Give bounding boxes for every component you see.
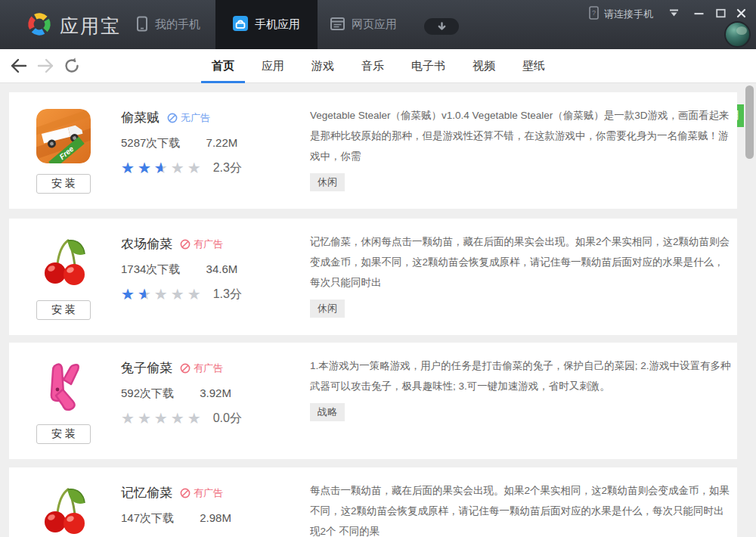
ad-badge-label: 有广告 bbox=[194, 486, 223, 500]
nav-tab-music[interactable]: 音乐 bbox=[351, 49, 395, 83]
app-card: 安 装 记忆偷菜 有广告 147次下载 2.98M ★★★★★ bbox=[9, 467, 737, 537]
close-button[interactable] bbox=[734, 7, 748, 19]
app-card: 安 装 农场偷菜 有广告 1734次下载 34.6M ★★★★★ bbox=[9, 219, 737, 335]
install-button[interactable]: 安 装 bbox=[36, 300, 91, 320]
download-count: 1734次下载 bbox=[121, 262, 180, 275]
nav-tab-video[interactable]: 视频 bbox=[462, 49, 506, 83]
ad-badge-label: 有广告 bbox=[194, 362, 223, 375]
app-name[interactable]: 记忆偷菜 bbox=[121, 484, 172, 501]
phone-icon bbox=[136, 16, 148, 34]
app-size: 34.6M bbox=[206, 262, 238, 275]
app-description: 每点击一颗幼苗，藏在后面的果实会出现。如果2个果实相同，这2颗幼苗则会变成金币，… bbox=[310, 480, 733, 537]
rating-score: 0.0分 bbox=[213, 411, 242, 427]
refresh-button[interactable] bbox=[62, 56, 82, 76]
ad-badge-label: 无广告 bbox=[181, 111, 210, 125]
star-rating: ★★★★★ ★★★★★ bbox=[121, 410, 204, 427]
pinwheel-logo-icon bbox=[26, 11, 53, 41]
app-name[interactable]: 农场偷菜 bbox=[121, 235, 172, 253]
back-button[interactable] bbox=[9, 56, 29, 76]
app-name[interactable]: 兔子偷菜 bbox=[121, 359, 172, 377]
nav-tab-home[interactable]: 首页 bbox=[201, 49, 245, 83]
tab-my-phone[interactable]: 我的手机 bbox=[121, 0, 215, 49]
ad-shield-icon bbox=[167, 113, 178, 123]
stars-empty: ★★★★★ bbox=[121, 410, 204, 427]
ad-badge: 有广告 bbox=[180, 237, 223, 251]
logo-text: 应用宝 bbox=[60, 14, 121, 39]
tab-phone-apps[interactable]: 手机应用 bbox=[215, 0, 318, 49]
app-card: 安 装 兔子偷菜 有广告 592次下载 3.92M ★★★★★ bbox=[9, 343, 737, 459]
ad-shield-icon bbox=[180, 363, 191, 374]
app-description: 1.本游戏为一策略游戏，用户的任务是打击偷菜的兔子，保护自己的菜园; 2.游戏中… bbox=[310, 355, 733, 396]
stars-filled: ★★★★★ bbox=[121, 286, 146, 303]
connect-phone-label: 请连接手机 bbox=[604, 8, 653, 21]
rating-score: 1.3分 bbox=[213, 287, 242, 303]
ad-shield-icon bbox=[180, 239, 191, 250]
app-name[interactable]: 偷菜贼 bbox=[121, 109, 160, 126]
minimize-icon bbox=[694, 8, 704, 18]
ad-badge-label: 有广告 bbox=[194, 237, 223, 251]
maximize-icon bbox=[716, 8, 726, 18]
app-card: Free bbox=[9, 92, 737, 209]
ad-badge: 无广告 bbox=[167, 111, 210, 125]
tab-label: 手机应用 bbox=[255, 17, 300, 32]
app-size: 7.22M bbox=[206, 136, 238, 149]
app-size: 3.92M bbox=[200, 386, 231, 399]
skin-menu-icon bbox=[669, 9, 679, 17]
tab-web-apps[interactable]: 网页应用 bbox=[318, 0, 410, 49]
navbar: 首页 应用 游戏 音乐 电子书 视频 壁纸 找应用 bbox=[0, 49, 756, 83]
nav-tab-apps[interactable]: 应用 bbox=[251, 49, 295, 83]
minimize-button[interactable] bbox=[692, 7, 705, 19]
forward-button[interactable] bbox=[36, 56, 55, 76]
maximize-button[interactable] bbox=[714, 7, 727, 19]
app-icon[interactable]: Free bbox=[36, 109, 91, 163]
nav-tab-ebooks[interactable]: 电子书 bbox=[401, 49, 456, 83]
nav-tab-games[interactable]: 游戏 bbox=[301, 49, 345, 83]
download-count: 147次下载 bbox=[121, 511, 174, 524]
download-count: 592次下载 bbox=[121, 386, 174, 399]
scrollbar-thumb[interactable] bbox=[745, 85, 754, 159]
app-size: 2.98M bbox=[200, 511, 231, 524]
browser-icon bbox=[330, 17, 345, 33]
app-description: 记忆偷菜，休闲每点击一颗幼苗，藏在后面的果实会出现。如果2个果实相同，这2颗幼苗… bbox=[310, 231, 733, 293]
ad-badge: 有广告 bbox=[180, 362, 223, 375]
category-tag[interactable]: 战略 bbox=[310, 403, 345, 421]
connect-phone-status[interactable]: ? 请连接手机 bbox=[589, 6, 653, 22]
category-tag[interactable]: 休闲 bbox=[310, 173, 345, 191]
tab-label: 我的手机 bbox=[155, 17, 200, 32]
install-button[interactable]: 安 装 bbox=[36, 174, 91, 194]
app-icon[interactable] bbox=[36, 235, 91, 290]
app-logo: 应用宝 bbox=[26, 11, 121, 41]
svg-text:?: ? bbox=[592, 9, 596, 17]
app-window: 应用宝 我的手机 手机应用 bbox=[0, 0, 756, 537]
tab-label: 网页应用 bbox=[352, 17, 397, 32]
app-bag-icon bbox=[233, 16, 248, 33]
star-rating: ★★★★★ ★★★★★ bbox=[121, 286, 204, 303]
close-icon bbox=[736, 8, 746, 18]
menu-dropdown-button[interactable] bbox=[667, 7, 680, 19]
download-count: 5287次下载 bbox=[121, 136, 180, 149]
stars-filled: ★★★★★ bbox=[121, 160, 163, 176]
download-arrow-icon bbox=[437, 22, 447, 32]
scrollbar-track[interactable] bbox=[744, 83, 756, 537]
ad-shield-icon bbox=[180, 488, 191, 498]
download-manager-button[interactable] bbox=[424, 18, 459, 35]
titlebar: 应用宝 我的手机 手机应用 bbox=[0, 0, 756, 49]
star-rating: ★★★★★ ★★★★★ bbox=[121, 160, 204, 176]
app-icon[interactable] bbox=[36, 359, 91, 414]
nav-tab-wallpaper[interactable]: 壁纸 bbox=[512, 49, 556, 83]
phone-question-icon: ? bbox=[589, 6, 599, 22]
rating-score: 2.3分 bbox=[213, 160, 242, 176]
category-tabs: 首页 应用 游戏 音乐 电子书 视频 壁纸 bbox=[201, 49, 556, 83]
user-avatar[interactable] bbox=[724, 21, 751, 48]
app-list: Free bbox=[0, 83, 756, 537]
app-description: Vegetable Stealer（偷菜贼）v1.0.4 Vegetable S… bbox=[310, 105, 733, 166]
app-icon[interactable] bbox=[36, 484, 91, 537]
category-tag[interactable]: 休闲 bbox=[310, 300, 345, 318]
ad-badge: 有广告 bbox=[180, 486, 223, 500]
install-button[interactable]: 安 装 bbox=[36, 424, 91, 444]
